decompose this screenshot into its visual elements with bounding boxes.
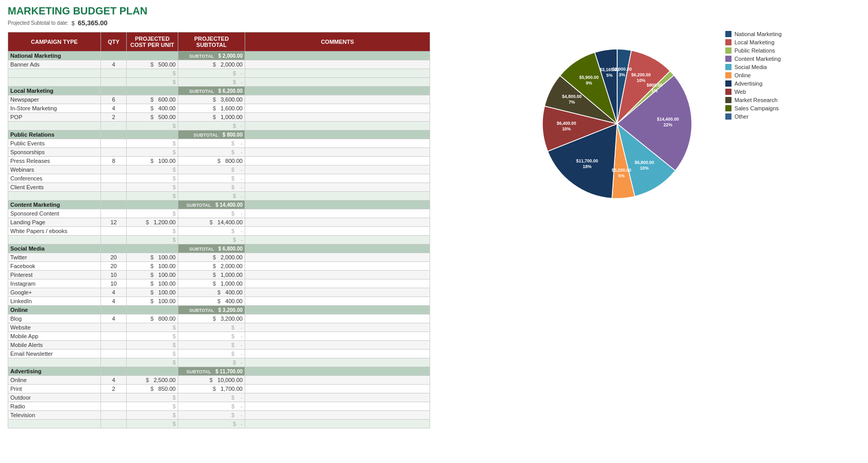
table-row: Sponsorships $ $ - bbox=[8, 148, 430, 157]
empty-row: $$ - bbox=[8, 192, 430, 201]
item-qty bbox=[101, 323, 127, 332]
table-row: POP 2 $ 500.00 $ 1,000.00 bbox=[8, 113, 430, 122]
item-cost: $ bbox=[127, 341, 178, 350]
item-cost: $ 800.00 bbox=[127, 315, 178, 323]
category-row: Advertising SUBTOTAL $ 11,700.00 bbox=[8, 367, 430, 376]
item-qty: 8 bbox=[101, 157, 127, 166]
item-subtotal: $ 1,700.00 bbox=[178, 385, 245, 393]
item-name: LinkedIn bbox=[8, 297, 101, 306]
table-row: Television $ $ - bbox=[8, 411, 430, 420]
legend-color bbox=[725, 47, 731, 54]
item-qty bbox=[101, 341, 127, 350]
item-comment bbox=[245, 288, 430, 297]
legend-item: Social Media bbox=[725, 64, 782, 70]
item-cost: $ 100.00 bbox=[127, 297, 178, 306]
item-cost: $ bbox=[127, 332, 178, 341]
table-row: Blog 4 $ 800.00 $ 3,200.00 bbox=[8, 315, 430, 323]
item-subtotal: $ 3,200.00 bbox=[178, 315, 245, 323]
item-comment bbox=[245, 183, 430, 192]
item-cost: $ bbox=[127, 148, 178, 157]
item-qty bbox=[101, 166, 127, 174]
item-cost: $ bbox=[127, 323, 178, 332]
item-cost: $ 100.00 bbox=[127, 279, 178, 288]
legend-item: Market Research bbox=[725, 97, 782, 103]
item-subtotal: $ 400.00 bbox=[178, 297, 245, 306]
item-name: Sponsorships bbox=[8, 148, 101, 157]
item-cost: $ 600.00 bbox=[127, 95, 178, 104]
item-comment bbox=[245, 209, 430, 218]
item-qty bbox=[101, 402, 127, 411]
item-cost: $ 100.00 bbox=[127, 253, 178, 262]
subtitle-amount: 65,365.00 bbox=[78, 19, 108, 27]
col-campaign-type: CAMPAIGN TYPE bbox=[8, 32, 101, 52]
table-row: White Papers / ebooks $ $ - bbox=[8, 227, 430, 236]
table-row: Mobile Alerts $ $ - bbox=[8, 341, 430, 350]
left-panel: MARKETING BUDGET PLAN Projected Subtotal… bbox=[8, 5, 430, 428]
subtitle: Projected Subtotal to date: $ 65,365.00 bbox=[8, 19, 430, 27]
item-subtotal: $ 14,400.00 bbox=[178, 218, 245, 227]
item-comment bbox=[245, 393, 430, 402]
table-row: Google+ 4 $ 100.00 $ 400.00 bbox=[8, 288, 430, 297]
table-row: Mobile App $ $ - bbox=[8, 332, 430, 341]
item-cost: $ 850.00 bbox=[127, 385, 178, 393]
empty-row: $$ - bbox=[8, 122, 430, 130]
item-name: Facebook bbox=[8, 262, 101, 271]
item-qty bbox=[101, 148, 127, 157]
col-projected-subtotal: PROJECTED SUBTOTAL bbox=[178, 32, 245, 52]
item-comment bbox=[245, 323, 430, 332]
item-subtotal: $ - bbox=[178, 411, 245, 420]
chart-container: $2,000.003%$6,200.0010%$800.001%$14,400.… bbox=[519, 26, 715, 222]
category-name: Online bbox=[8, 306, 101, 315]
table-row: In-Store Marketing 4 $ 400.00 $ 1,600.00 bbox=[8, 104, 430, 113]
empty-row: $$ - bbox=[8, 236, 430, 244]
table-row: Press Releases 8 $ 100.00 $ 800.00 bbox=[8, 157, 430, 166]
legend-item: Other bbox=[725, 113, 782, 120]
item-qty: 4 bbox=[101, 297, 127, 306]
legend-label: Local Marketing bbox=[735, 39, 775, 45]
item-cost: $ 2,500.00 bbox=[127, 376, 178, 385]
col-cost-per-unit: PROJECTED COST PER UNIT bbox=[127, 32, 178, 52]
legend-color bbox=[725, 89, 731, 95]
category-row: Local Marketing SUBTOTAL $ 6,200.00 bbox=[8, 87, 430, 95]
item-subtotal: $ - bbox=[178, 227, 245, 236]
item-comment bbox=[245, 157, 430, 166]
col-qty: QTY bbox=[101, 32, 127, 52]
item-comment bbox=[245, 113, 430, 122]
item-subtotal: $ 2,000.00 bbox=[178, 253, 245, 262]
item-comment bbox=[245, 60, 430, 69]
legend-color bbox=[725, 80, 731, 87]
item-name: Website bbox=[8, 323, 101, 332]
item-comment bbox=[245, 148, 430, 157]
item-comment bbox=[245, 341, 430, 350]
item-subtotal: $ 1,000.00 bbox=[178, 113, 245, 122]
chart-wrapper: $2,000.003%$6,200.0010%$800.001%$14,400.… bbox=[519, 26, 782, 222]
category-name: Local Marketing bbox=[8, 87, 101, 95]
item-qty: 20 bbox=[101, 253, 127, 262]
item-name: Radio bbox=[8, 402, 101, 411]
item-comment bbox=[245, 253, 430, 262]
item-cost: $ bbox=[127, 411, 178, 420]
empty-row: $$ - bbox=[8, 78, 430, 87]
table-row: Website $ $ - bbox=[8, 323, 430, 332]
legend-label: National Marketing bbox=[735, 31, 782, 37]
item-cost: $ 100.00 bbox=[127, 262, 178, 271]
item-qty: 2 bbox=[101, 113, 127, 122]
empty-row: $$ - bbox=[8, 358, 430, 367]
item-subtotal: $ - bbox=[178, 402, 245, 411]
item-comment bbox=[245, 315, 430, 323]
subtitle-label: Projected Subtotal to date: bbox=[8, 20, 69, 26]
item-name: Online bbox=[8, 376, 101, 385]
legend-label: Web bbox=[735, 89, 746, 95]
table-row: Email Newsletter $ $ - bbox=[8, 350, 430, 358]
item-name: Webinars bbox=[8, 166, 101, 174]
item-name: Sponsored Content bbox=[8, 209, 101, 218]
legend-item: Online bbox=[725, 72, 782, 78]
item-subtotal: $ 2,000.00 bbox=[178, 262, 245, 271]
item-qty: 4 bbox=[101, 104, 127, 113]
item-name: Twitter bbox=[8, 253, 101, 262]
item-name: White Papers / ebooks bbox=[8, 227, 101, 236]
item-cost: $ bbox=[127, 174, 178, 183]
item-qty bbox=[101, 350, 127, 358]
legend-label: Other bbox=[735, 113, 749, 120]
item-cost: $ bbox=[127, 402, 178, 411]
